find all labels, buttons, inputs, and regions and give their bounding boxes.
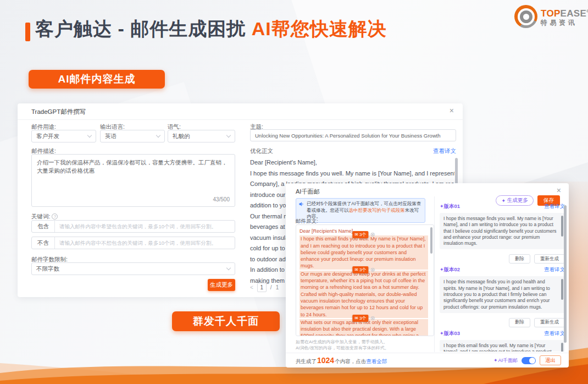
original-email-box[interactable]: Dear [Recipient's Name], ✉3个 ⊗ I hope th… — [296, 224, 434, 336]
scrollbar-thumb[interactable] — [561, 279, 563, 300]
purpose-value: 客户开发 — [36, 133, 88, 140]
version-name-text: 版本03 — [444, 330, 461, 336]
versions-column: ✦版本01 查看译文 I hope this message finds you… — [440, 203, 565, 352]
version-text: I hope this email finds you well. My nam… — [443, 343, 557, 352]
exclude-keywords-input[interactable] — [55, 237, 235, 249]
version-text: I hope this message finds you in good he… — [443, 279, 550, 309]
topease-logo-text: TOPEASE® 特易资讯 — [541, 7, 588, 26]
version-text-box[interactable]: I hope this message finds you well. My n… — [440, 213, 565, 249]
help-icon[interactable]: ? — [52, 213, 58, 220]
chevron-down-icon — [226, 133, 231, 138]
view-translation-link[interactable]: 查看译文 — [544, 330, 565, 337]
include-keywords-input[interactable] — [55, 221, 235, 232]
mail-icon: ✉ — [354, 266, 358, 273]
version-actions: 删除 重新生成 — [440, 254, 565, 264]
tone-select[interactable]: 礼貌的 — [168, 130, 235, 142]
brand-top: TOP — [541, 8, 561, 19]
page-title-accent: AI帮您快速解决 — [252, 18, 387, 39]
scrollbar-thumb[interactable] — [561, 343, 563, 352]
toggle-label-text: AI千面邮 — [498, 357, 518, 364]
column-divider — [434, 196, 435, 352]
keywords-label-text: 关键词: — [31, 213, 50, 220]
delete-button[interactable]: 删除 — [509, 318, 530, 327]
topease-logo: TOPEASE® 特易资讯 — [514, 5, 588, 28]
dismiss-badge-icon[interactable]: ⊗ — [370, 267, 375, 273]
paragraph-text: I hope this email finds you well. My nam… — [301, 236, 426, 268]
title-accent-bar — [25, 23, 30, 41]
view-translation-link[interactable]: 查看译文 — [544, 266, 565, 273]
version-text-box[interactable]: I hope this message finds you in good he… — [440, 276, 565, 312]
chevron-down-icon — [87, 133, 92, 138]
stats-prefix: 共生成了 — [296, 358, 317, 365]
exclude-keywords-group: 不含 — [31, 237, 235, 249]
paragraph-text: What sets our mugs apart is not only the… — [301, 320, 424, 336]
rewritten-paragraph[interactable]: ✉3个 ⊗ I hope this email finds you well. … — [299, 235, 428, 269]
compose-panel-title: TradeGPT邮件撰写 — [31, 108, 86, 116]
word-limit-select[interactable]: 不限字数 — [31, 262, 235, 275]
version-name-text: 版本02 — [444, 266, 461, 272]
scrollbar-thumb[interactable] — [430, 227, 432, 254]
word-limit-value: 不限字数 — [36, 265, 227, 273]
pager-prev-icon[interactable]: < — [250, 284, 253, 290]
version-text-box[interactable]: I hope this email finds you well. My nam… — [440, 340, 565, 352]
pager-current-page[interactable]: 1 — [257, 283, 267, 292]
subject-input-wrap — [250, 129, 456, 141]
scrollbar-thumb[interactable] — [561, 216, 563, 237]
sparkle-icon: ✦ — [440, 267, 444, 272]
rewritten-paragraph[interactable]: ✉3个 ⊗ What sets our mugs apart is not on… — [299, 319, 428, 336]
subject-input[interactable] — [251, 133, 456, 139]
view-translation-link[interactable]: 查看译文 — [433, 147, 456, 155]
version-name: ✦版本02 — [440, 266, 460, 273]
description-textarea[interactable]: 介绍一下我的保温杯产品，保温保冷都可以，容量大方便携带。工厂直销，大量采购的话价… — [31, 154, 235, 207]
badge-count: 3个 — [359, 231, 366, 238]
body-line: Dear [Recipient's Name], — [250, 157, 454, 168]
dismiss-badge-icon[interactable]: ⊗ — [370, 232, 375, 238]
note-line: AI润色/改写的内容，可能改变原有字体的样式。 — [296, 345, 389, 351]
include-label: 包含 — [32, 221, 55, 232]
version-name: ✦版本03 — [440, 330, 460, 337]
generate-more-button[interactable]: 生成更多 — [208, 279, 235, 291]
page-title-dark: 客户触达 - 邮件生成困扰 — [35, 18, 252, 39]
note-line: 如需在AI生成的内容中加入变量，需手动插入。 — [296, 339, 389, 345]
ai-email-generate-button[interactable]: AI邮件内容生成 — [29, 70, 165, 89]
close-icon[interactable]: × — [450, 106, 454, 115]
scrollbar-thumb[interactable] — [564, 205, 567, 343]
slide-canvas: 客户触达 - 邮件生成困扰 AI帮您快速解决 TOPEASE® 特易资讯 AI邮… — [0, 0, 588, 384]
language-value: 英语 — [105, 133, 157, 140]
brand-ease: EASE — [561, 8, 587, 19]
regenerate-button[interactable]: 重新生成 — [534, 318, 565, 327]
divider — [18, 119, 463, 120]
language-select[interactable]: 英语 — [100, 130, 165, 142]
rewrite-notice-text: 已经对5个段落提供了AI千面邮改写，可点击对应段落查看或修改。您还可以选中想要改… — [307, 201, 421, 220]
description-text: 介绍一下我的保温杯产品，保温保冷都可以，容量大方便携带。工厂直销，大量采购的话价… — [37, 159, 228, 174]
close-icon[interactable]: × — [557, 186, 561, 195]
exit-button[interactable]: 退出 — [540, 355, 561, 365]
rewritten-paragraph[interactable]: ✉3个 ⊗ Our mugs are designed to keep your… — [299, 271, 428, 318]
include-keywords-group: 包含 — [31, 220, 235, 233]
rewrite-badge-row: ✉3个 ⊗ — [352, 266, 375, 273]
brand-chinese: 特易资讯 — [541, 19, 588, 26]
rewrite-count-badge[interactable]: ✉3个 — [352, 266, 368, 273]
mass-send-button[interactable]: 群发千人千面 — [172, 311, 280, 331]
rewrite-footer: 共生成了 1024 个内容，点击 查看全部 ✦AI千面邮 退出 — [286, 353, 569, 367]
rewrite-badge-row: ✉3个 ⊗ — [352, 231, 375, 238]
ai-rewrite-toggle[interactable] — [522, 357, 536, 364]
rewrite-panel: AI千面邮 × ✦ 生成更多 保存 已经对5个段落提供了AI千面邮改写，可点击对… — [286, 183, 569, 367]
delete-button[interactable]: 删除 — [509, 254, 530, 264]
pagination: < 1 / 1 — [250, 283, 279, 292]
dismiss-badge-icon[interactable]: ⊗ — [370, 315, 375, 321]
view-all-link[interactable]: 查看全部 — [366, 358, 387, 365]
notice-highlight[interactable]: 选中想要改写的句子或段落 — [349, 207, 405, 213]
purpose-select[interactable]: 客户开发 — [31, 130, 96, 142]
tone-value: 礼貌的 — [173, 133, 227, 140]
stats-count: 1024 — [317, 356, 334, 365]
view-translation-link[interactable]: 查看译文 — [544, 203, 565, 210]
chevron-down-icon — [156, 133, 160, 138]
regenerate-button[interactable]: 重新生成 — [534, 254, 565, 264]
rewrite-notes: 如需在AI生成的内容中加入变量，需手动插入。 AI润色/改写的内容，可能改变原有… — [296, 339, 389, 351]
mail-icon: ✉ — [354, 231, 358, 238]
rewrite-count-badge[interactable]: ✉3个 — [352, 231, 368, 238]
version-actions: 删除 重新生成 — [440, 318, 565, 327]
chevron-down-icon — [226, 266, 231, 270]
rewrite-count-badge[interactable]: ✉3个 — [352, 315, 368, 322]
